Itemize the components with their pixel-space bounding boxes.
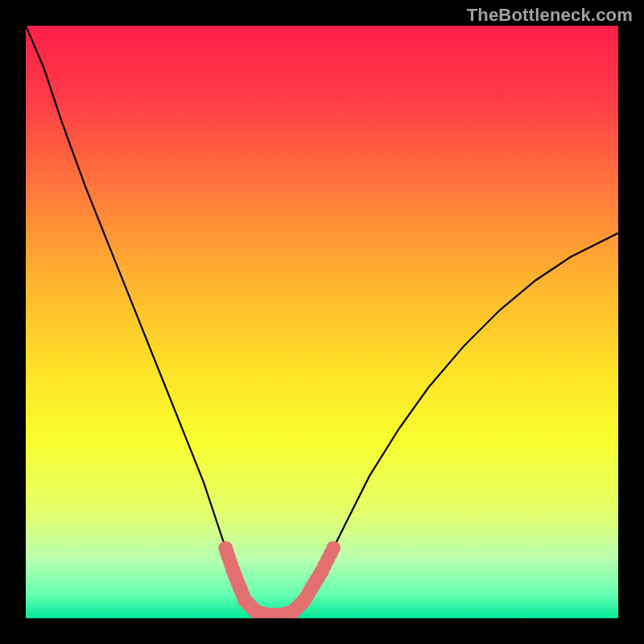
curve-marker [326, 541, 341, 555]
chart-frame: TheBottleneck.com [0, 0, 644, 644]
plot-area [26, 26, 618, 618]
bottleneck-curve-chart [26, 26, 618, 618]
gradient-background [26, 26, 618, 618]
watermark-text: TheBottleneck.com [467, 5, 633, 26]
